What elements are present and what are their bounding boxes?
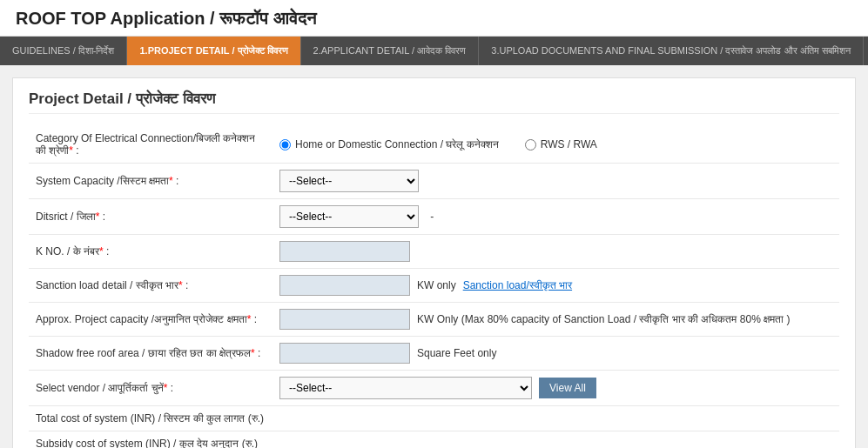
label-kno: K NO. / के नंबर* : — [29, 235, 273, 269]
row-subsidy-cost: Subsidy cost of system (INR) / कुल देय अ… — [29, 431, 839, 449]
district-select[interactable]: --Select-- — [279, 205, 419, 228]
label-shadow-free: Shadow free roof area / छाया रहित छत का … — [29, 337, 273, 371]
vendor-select[interactable]: --Select-- — [279, 377, 532, 399]
kno-input[interactable] — [279, 241, 410, 262]
label-electrical-connection: Category Of Electrical Connection/बिजली … — [29, 126, 273, 164]
value-vendor: --Select-- View All — [273, 371, 839, 406]
value-project-capacity: KW Only (Max 80% capacity of Sanction Lo… — [273, 303, 839, 337]
vendor-select-group: --Select-- View All — [279, 377, 832, 399]
value-kno — [273, 235, 839, 269]
sanction-suffix: KW only — [417, 279, 456, 291]
app-header: ROOF TOP Application / रूफटॉप आवेदन — [0, 0, 868, 37]
row-system-capacity: System Capacity /सिस्टम क्षमता* : --Sele… — [29, 164, 839, 199]
shadow-free-input[interactable] — [279, 343, 410, 364]
row-sanction-load: Sanction load detail / स्वीकृत भार* : KW… — [29, 269, 839, 303]
nav-bar: GUIDELINES / दिशा-निर्देश 1.PROJECT DETA… — [0, 37, 868, 65]
project-capacity-suffix: KW Only (Max 80% capacity of Sanction Lo… — [417, 313, 790, 325]
nav-item-guidelines[interactable]: GUIDELINES / दिशा-निर्देश — [0, 37, 127, 65]
view-all-button[interactable]: View All — [539, 378, 596, 398]
row-electrical-connection: Category Of Electrical Connection/बिजली … — [29, 126, 839, 164]
value-sanction-load: KW only Sanction load/स्वीकृत भार — [273, 269, 839, 303]
value-shadow-free: Square Feet only — [273, 337, 839, 371]
value-system-capacity: --Select-- — [273, 164, 839, 199]
shadow-free-input-group: Square Feet only — [279, 343, 832, 364]
nav-item-applicant-detail[interactable]: 2.APPLICANT DETAIL / आवेदक विवरण — [301, 37, 480, 65]
system-capacity-select[interactable]: --Select-- — [279, 170, 419, 192]
sanction-input-group: KW only Sanction load/स्वीकृत भार — [279, 275, 832, 296]
value-total-cost — [273, 406, 839, 431]
label-subsidy-cost: Subsidy cost of system (INR) / कुल देय अ… — [29, 431, 273, 449]
row-kno: K NO. / के नंबर* : — [29, 235, 839, 269]
row-project-capacity: Approx. Project capacity /अनुमानित प्रोज… — [29, 303, 839, 337]
sanction-link[interactable]: Sanction load/स्वीकृत भार — [463, 279, 572, 291]
project-capacity-input-group: KW Only (Max 80% capacity of Sanction Lo… — [279, 309, 832, 330]
radio-home-input[interactable] — [279, 139, 291, 150]
label-total-cost: Total cost of system (INR) / सिस्टम की क… — [29, 406, 273, 431]
value-subsidy-cost — [273, 431, 839, 449]
project-capacity-input[interactable] — [279, 309, 410, 330]
label-district: Ditsrict / जिला* : — [29, 199, 273, 235]
nav-item-upload-docs[interactable]: 3.UPLOAD DOCUMENTS AND FINAL SUBMISSION … — [479, 37, 863, 65]
row-district: Ditsrict / जिला* : --Select-- - — [29, 199, 839, 235]
radio-rws-label: RWS / RWA — [541, 138, 597, 150]
main-content: Project Detail / प्रोजेक्ट विवरण Categor… — [12, 77, 856, 448]
district-extra: - — [430, 211, 434, 223]
row-vendor: Select vendor / आपूर्तिकर्ता चुनें* : --… — [29, 371, 839, 406]
radio-group-connection: Home or Domestic Connection / घरेलू कनेक… — [279, 138, 832, 150]
radio-home-label: Home or Domestic Connection / घरेलू कनेक… — [295, 138, 499, 150]
label-project-capacity: Approx. Project capacity /अनुमानित प्रोज… — [29, 303, 273, 337]
form-table: Category Of Electrical Connection/बिजली … — [29, 126, 839, 448]
radio-rws-input[interactable] — [525, 139, 536, 150]
radio-home[interactable]: Home or Domestic Connection / घरेलू कनेक… — [279, 138, 499, 150]
app-title: ROOF TOP Application / रूफटॉप आवेदन — [16, 9, 316, 28]
value-electrical-connection: Home or Domestic Connection / घरेलू कनेक… — [273, 126, 839, 164]
row-shadow-free: Shadow free roof area / छाया रहित छत का … — [29, 337, 839, 371]
sanction-load-input[interactable] — [279, 275, 410, 296]
label-sanction-load: Sanction load detail / स्वीकृत भार* : — [29, 269, 273, 303]
row-total-cost: Total cost of system (INR) / सिस्टम की क… — [29, 406, 839, 431]
section-title: Project Detail / प्रोजेक्ट विवरण — [29, 90, 839, 114]
shadow-free-suffix: Square Feet only — [417, 347, 496, 359]
nav-item-project-detail[interactable]: 1.PROJECT DETAIL / प्रोजेक्ट विवरण — [127, 37, 300, 65]
radio-rws[interactable]: RWS / RWA — [525, 138, 597, 150]
label-system-capacity: System Capacity /सिस्टम क्षमता* : — [29, 164, 273, 199]
value-district: --Select-- - — [273, 199, 839, 235]
label-vendor: Select vendor / आपूर्तिकर्ता चुनें* : — [29, 371, 273, 406]
